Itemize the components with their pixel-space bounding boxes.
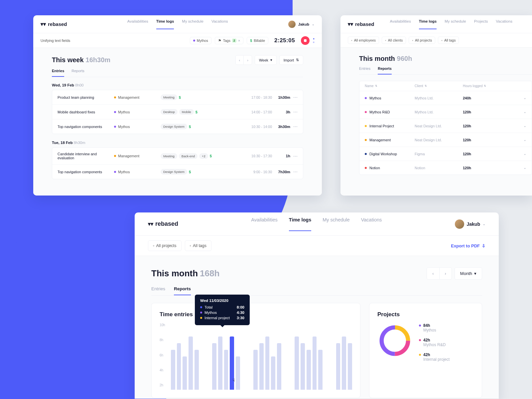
- expand-row-button[interactable]: ⌄: [520, 110, 526, 114]
- nav-timelogs[interactable]: Time logs: [156, 19, 174, 29]
- chart-bar[interactable]: [301, 343, 305, 390]
- entry-menu-button[interactable]: ⋯: [290, 95, 298, 100]
- legend-item[interactable]: 42hInternal project: [419, 352, 450, 362]
- current-task-title[interactable]: Unifying text fields: [41, 39, 70, 43]
- project-chip[interactable]: Mythos: [190, 37, 211, 44]
- tab-entries[interactable]: Entries: [52, 69, 64, 77]
- donut-chart[interactable]: [377, 323, 412, 358]
- entry-project[interactable]: Management: [114, 154, 161, 158]
- bar-chart[interactable]: 10h8h6h4h2h ☟: [160, 323, 352, 390]
- entry-menu-button[interactable]: ⋯: [290, 169, 298, 174]
- user-menu[interactable]: Jakub ⌄: [455, 219, 485, 229]
- brand-logo[interactable]: ▾▾rebased: [41, 21, 67, 27]
- filter-projects[interactable]: ◦All projects: [148, 240, 182, 251]
- prev-period-button[interactable]: ‹: [235, 55, 244, 65]
- time-entry-row[interactable]: Candidate interview and evaluation Manag…: [52, 148, 303, 165]
- chart-bar[interactable]: [259, 343, 264, 390]
- chart-bar[interactable]: [195, 350, 199, 390]
- tag-pill[interactable]: Meeting: [161, 153, 177, 159]
- nav-vacations[interactable]: Vacations: [361, 217, 382, 231]
- filter-tags[interactable]: ◦All tags: [185, 240, 211, 251]
- chart-bar[interactable]: [189, 336, 193, 390]
- nav-schedule[interactable]: My schedule: [323, 217, 349, 231]
- nav-availabilities[interactable]: Availabilities: [390, 19, 411, 29]
- entry-menu-button[interactable]: ⋯: [290, 124, 298, 129]
- more-tags-pill[interactable]: +2: [199, 153, 208, 159]
- chart-bar[interactable]: [224, 350, 228, 390]
- nav-schedule[interactable]: My schedule: [182, 19, 203, 29]
- tab-entries[interactable]: Entries: [359, 66, 370, 74]
- nav-vacations[interactable]: Vacations: [496, 19, 512, 29]
- legend-item[interactable]: 84hMythos: [419, 323, 450, 332]
- nav-projects[interactable]: Projects: [474, 19, 488, 29]
- nav-availabilities[interactable]: Availabilities: [127, 19, 148, 29]
- expand-row-button[interactable]: ⌄: [520, 138, 526, 142]
- chart-bar[interactable]: [307, 350, 311, 390]
- chart-bar[interactable]: [236, 356, 240, 390]
- entry-project[interactable]: Management: [114, 95, 161, 99]
- project-report-row[interactable]: Mythos Mythos Ltd. 240h ⌄: [359, 91, 532, 105]
- filter-tags[interactable]: ◦All tags: [438, 37, 459, 44]
- chart-bar[interactable]: [253, 350, 258, 390]
- tags-chip[interactable]: ⚑Tags2×: [215, 37, 244, 44]
- tab-reports[interactable]: Reports: [174, 286, 191, 295]
- project-report-row[interactable]: Management Neat Design Ltd. 120h ⌄: [359, 133, 532, 147]
- close-icon[interactable]: ×: [238, 39, 240, 43]
- chart-bar[interactable]: [277, 343, 281, 390]
- chart-bar[interactable]: [271, 356, 275, 390]
- time-entry-row[interactable]: Mobile dashboard fixes Mythos DesktopMob…: [52, 105, 303, 119]
- entry-project[interactable]: Mythos: [114, 170, 161, 174]
- tag-pill[interactable]: Meeting: [161, 94, 177, 100]
- project-report-row[interactable]: Mythos R&D Mythos Ltd. 120h ⌄: [359, 105, 532, 119]
- nav-timelogs[interactable]: Time logs: [289, 217, 311, 231]
- period-select[interactable]: Month▾: [455, 267, 482, 280]
- nav-schedule[interactable]: My schedule: [445, 19, 466, 29]
- tag-pill[interactable]: Back-end: [179, 153, 198, 159]
- expand-row-button[interactable]: ⌄: [520, 96, 526, 100]
- tag-pill[interactable]: Mobile: [179, 109, 194, 115]
- stop-timer-button[interactable]: [301, 36, 310, 45]
- chart-bar[interactable]: [183, 356, 187, 390]
- export-pdf-button[interactable]: Export to PDF⇩: [451, 243, 485, 248]
- brand-logo[interactable]: ▾▾rebased: [348, 21, 374, 27]
- nav-timelogs[interactable]: Time logs: [419, 19, 437, 29]
- billable-chip[interactable]: $Billable: [247, 37, 268, 44]
- expand-row-button[interactable]: ⌄: [520, 124, 526, 128]
- chart-bar[interactable]: [265, 336, 270, 390]
- time-entry-row[interactable]: Product team planning Management Meeting…: [52, 90, 303, 105]
- user-menu[interactable]: Jakub ⌄: [288, 21, 315, 28]
- expand-row-button[interactable]: ⌄: [520, 166, 526, 170]
- next-period-button[interactable]: ›: [243, 55, 252, 65]
- time-entry-row[interactable]: Top navigation components Mythos Design …: [52, 119, 303, 134]
- entry-menu-button[interactable]: ⋯: [290, 109, 298, 114]
- tag-pill[interactable]: Design System: [161, 169, 187, 175]
- col-client[interactable]: Client⇅: [415, 84, 463, 88]
- project-report-row[interactable]: Notion Notion 120h ⌄: [359, 161, 532, 175]
- chart-bar[interactable]: [342, 336, 346, 390]
- entry-project[interactable]: Mythos: [114, 125, 161, 129]
- import-button[interactable]: Import⇅: [279, 55, 303, 65]
- chart-bar[interactable]: [348, 343, 352, 390]
- expand-row-button[interactable]: ⌄: [520, 152, 526, 156]
- project-report-row[interactable]: Digital Workshop Figma 120h ⌄: [359, 147, 532, 161]
- entry-project[interactable]: Mythos: [114, 110, 161, 114]
- nav-vacations[interactable]: Vacations: [211, 19, 228, 29]
- chart-bar[interactable]: [295, 336, 299, 390]
- legend-item[interactable]: 42hMythos R&D: [419, 338, 450, 347]
- timer-extras[interactable]: ●≡: [313, 37, 315, 44]
- chart-bar[interactable]: [313, 336, 317, 390]
- tag-pill[interactable]: Design System: [161, 124, 187, 129]
- chart-bar[interactable]: [218, 336, 222, 390]
- nav-availabilities[interactable]: Availabilities: [251, 217, 278, 231]
- brand-logo[interactable]: ▾▾rebased: [148, 220, 178, 227]
- chart-bar[interactable]: [336, 343, 340, 390]
- col-name[interactable]: Name⇅: [365, 84, 415, 88]
- entry-menu-button[interactable]: ⋯: [290, 154, 298, 159]
- chart-bar[interactable]: [318, 350, 323, 390]
- tab-entries[interactable]: Entries: [151, 286, 165, 295]
- project-report-row[interactable]: Internal Project Neat Design Ltd. 120h ⌄: [359, 119, 532, 133]
- next-period-button[interactable]: ›: [439, 267, 452, 280]
- filter-employees[interactable]: ◦All employees: [348, 37, 379, 44]
- col-hours[interactable]: Hours logged⇅: [463, 84, 520, 88]
- chart-bar[interactable]: [177, 343, 181, 390]
